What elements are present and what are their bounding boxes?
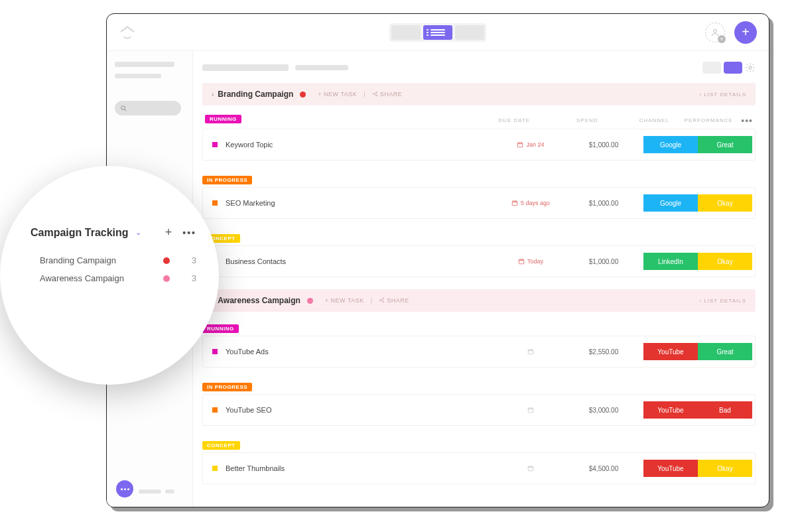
add-person-button[interactable] [705, 23, 725, 42]
status-badge: IN PROGRESS [202, 176, 252, 184]
search-icon [120, 105, 127, 112]
sidebar-item-branding[interactable]: Branding Campaign 3 [31, 251, 196, 269]
performance-chip[interactable]: Okay [698, 253, 752, 270]
calendar-icon [511, 200, 518, 206]
view-box-button[interactable] [455, 25, 484, 40]
topbar-right: + [705, 21, 757, 44]
spend-value: $3,000.00 [564, 407, 643, 414]
channel-chip[interactable]: Google [643, 194, 698, 212]
toggle-option-active[interactable] [724, 62, 742, 74]
main-header [202, 62, 756, 74]
task-row[interactable]: YouTube SEO$3,000.00YouTubeBad [202, 394, 756, 426]
col-due: DUE DATE [481, 117, 547, 123]
view-switcher [389, 23, 486, 42]
status-square-icon [212, 349, 218, 354]
item-count: 3 [176, 255, 196, 265]
channel-chip[interactable]: Google [643, 136, 698, 153]
performance-chip[interactable]: Okay [698, 194, 752, 212]
task-row[interactable]: Keyword TopicJan 24$1,000.00GoogleGreat [202, 129, 756, 161]
task-name: SEO Marketing [226, 199, 498, 207]
campaign-header[interactable]: ›Branding Campaign+ NEW TASK| SHARE› LIS… [202, 83, 756, 105]
toggle-option[interactable] [702, 62, 721, 74]
main-content: ›Branding Campaign+ NEW TASK| SHARE› LIS… [193, 51, 769, 507]
calendar-icon [527, 407, 534, 413]
create-button[interactable]: + [734, 21, 757, 44]
status-badge: RUNNING [202, 324, 239, 333]
spend-value: $4,500.00 [564, 465, 643, 472]
channel-chip[interactable]: YouTube [643, 343, 698, 360]
space-title[interactable]: Campaign Tracking [31, 227, 129, 239]
chevron-down-icon[interactable]: ⌄ [135, 228, 141, 237]
task-name: Keyword Topic [226, 141, 498, 149]
status-badge: CONCEPT [202, 441, 240, 450]
task-name: YouTube Ads [226, 348, 498, 356]
chat-button[interactable] [116, 480, 133, 498]
due-date[interactable] [498, 348, 564, 355]
due-date[interactable] [498, 465, 564, 472]
svg-rect-14 [528, 466, 533, 471]
calendar-icon [517, 141, 523, 148]
performance-chip[interactable]: Okay [698, 460, 752, 477]
status-square-icon [212, 466, 218, 471]
spend-value: $2,550.00 [564, 348, 643, 356]
channel-chip[interactable]: YouTube [643, 460, 698, 477]
task-row[interactable]: SEO Marketing5 days ago$1,000.00GoogleOk… [202, 187, 756, 219]
task-group: CONCEPTBetter Thumbnails$4,500.00YouTube… [202, 438, 756, 484]
status-square-icon [212, 200, 218, 206]
space-header: Campaign Tracking ⌄ + ••• [31, 226, 196, 239]
status-square-icon [212, 142, 218, 147]
campaign-title: Awareness Campaign [218, 296, 300, 305]
task-row[interactable]: Better Thumbnails$4,500.00YouTubeOkay [202, 452, 756, 484]
task-group: CONCEPTBusiness ContactsToday$1,000.00Li… [202, 231, 756, 277]
share-button[interactable]: SHARE [372, 91, 403, 98]
due-date[interactable]: 5 days ago [498, 200, 564, 206]
campaign-header[interactable]: ›Awareness Campaign+ NEW TASK| SHARE› LI… [202, 289, 756, 312]
task-group: RUNNINGDUE DATESPENDCHANNELPERFORMANCE••… [202, 115, 756, 161]
svg-rect-13 [528, 408, 533, 413]
task-group: IN PROGRESSSEO Marketing5 days ago$1,000… [202, 172, 756, 219]
sidebar-item-awareness[interactable]: Awareness Campaign 3 [31, 269, 196, 287]
channel-chip[interactable]: YouTube [643, 401, 698, 419]
more-options-button[interactable]: ••• [182, 228, 196, 238]
new-task-button[interactable]: + NEW TASK [325, 297, 364, 304]
due-date[interactable]: Jan 24 [498, 141, 564, 148]
performance-chip[interactable]: Great [698, 136, 752, 153]
svg-point-1 [121, 105, 125, 109]
campaign-title: Branding Campaign [218, 90, 293, 99]
new-task-button[interactable]: + NEW TASK [318, 91, 357, 98]
due-date[interactable] [498, 407, 564, 413]
title-skeleton [202, 64, 289, 71]
due-date[interactable]: Today [498, 258, 564, 265]
channel-chip[interactable]: LinkedIn [643, 253, 698, 270]
task-row[interactable]: YouTube Ads$2,550.00YouTubeGreat [202, 336, 756, 367]
task-row[interactable]: Business ContactsToday$1,000.00LinkedInO… [202, 245, 756, 277]
space-actions: + ••• [165, 226, 196, 239]
share-icon [379, 297, 385, 303]
item-count: 3 [176, 273, 196, 283]
spend-value: $1,000.00 [564, 200, 643, 207]
add-list-button[interactable]: + [165, 226, 172, 239]
calendar-icon [518, 258, 525, 265]
calendar-icon [527, 465, 534, 472]
share-button[interactable]: SHARE [379, 297, 409, 304]
spend-value: $1,000.00 [564, 141, 643, 149]
spend-value: $1,000.00 [564, 258, 643, 265]
performance-chip[interactable]: Great [698, 343, 752, 360]
task-name: Better Thumbnails [226, 464, 498, 472]
more-columns-button[interactable]: ••• [741, 115, 753, 126]
topbar: + [107, 14, 769, 51]
view-list-button[interactable] [423, 25, 452, 40]
gear-icon[interactable] [745, 62, 756, 73]
chevron-right-icon: › [212, 91, 214, 98]
search-input[interactable] [115, 101, 181, 115]
list-details-button[interactable]: › LIST DETAILS [699, 92, 746, 98]
task-group: RUNNINGYouTube Ads$2,550.00YouTubeGreat [202, 321, 756, 367]
svg-rect-6 [518, 143, 523, 147]
list-icon [431, 29, 445, 36]
svg-point-0 [714, 29, 717, 33]
view-board-button[interactable] [391, 25, 421, 40]
sidebar-footer-skeleton [139, 490, 174, 494]
col-channel: CHANNEL [627, 117, 681, 123]
list-details-button[interactable]: › LIST DETAILS [699, 298, 746, 304]
performance-chip[interactable]: Bad [698, 401, 752, 419]
